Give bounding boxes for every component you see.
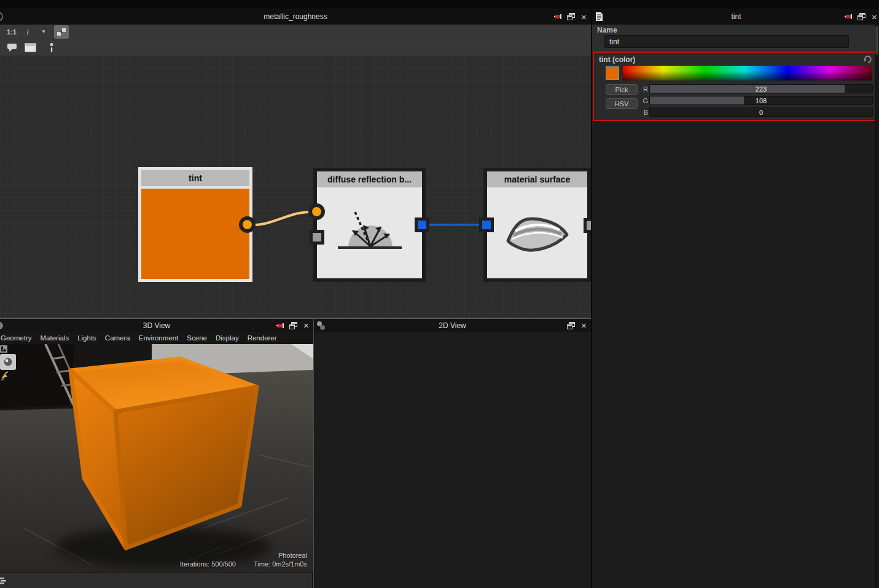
wires-layer xyxy=(0,55,591,318)
viewport-toolbar xyxy=(0,345,16,381)
pick-button[interactable]: Pick xyxy=(606,84,638,95)
channel-row-b: B 0 xyxy=(642,108,873,117)
port-tint-output[interactable] xyxy=(239,216,256,233)
pin-icon[interactable] xyxy=(276,321,285,330)
camera-sphere-button[interactable] xyxy=(0,354,16,370)
view2d-title: 2D View xyxy=(314,321,591,330)
dropdown-arrow-icon[interactable]: ▼ xyxy=(38,26,49,37)
renderer-name: Photoreal xyxy=(180,551,307,560)
close-icon[interactable]: × xyxy=(579,321,588,330)
name-field-group: Name xyxy=(592,25,879,52)
render-scene xyxy=(0,344,313,572)
menu-materials[interactable]: Materials xyxy=(41,334,69,342)
zoom-1to1-button[interactable]: 1:1 xyxy=(6,26,17,37)
pin-icon[interactable] xyxy=(553,12,563,22)
name-label: Name xyxy=(597,26,617,34)
float-window-icon[interactable] xyxy=(289,321,298,330)
float-window-icon[interactable] xyxy=(857,12,866,22)
menu-display[interactable]: Display xyxy=(216,334,239,342)
menu-geometry[interactable]: Geometry xyxy=(1,334,32,342)
window-frame-icon xyxy=(25,43,36,52)
port-diffuse-roughness-input[interactable] xyxy=(310,230,324,245)
close-icon[interactable]: × xyxy=(579,12,588,22)
panel-splitter[interactable] xyxy=(0,318,591,318)
light-lamp-icon[interactable] xyxy=(0,371,10,381)
close-icon[interactable]: × xyxy=(302,321,311,330)
view3d-titlebar[interactable]: 3D View × xyxy=(0,318,313,332)
close-icon[interactable]: × xyxy=(870,12,879,22)
node-editor-title: metallic_roughness xyxy=(0,12,591,21)
properties-title: tint xyxy=(592,12,879,21)
viewport-3d[interactable]: Photoreal Iterations: 500/500 Time: 0m2s… xyxy=(0,344,313,572)
color-section-header: tint (color) xyxy=(599,55,635,64)
node-editor-titlebar[interactable]: metallic_roughness × xyxy=(0,9,591,25)
view2d-titlebar[interactable]: 2D View × xyxy=(314,318,591,332)
channel-row-r: R 223 xyxy=(642,84,873,93)
comment-bubble-button[interactable] xyxy=(6,42,17,53)
float-window-icon[interactable] xyxy=(566,321,576,330)
menu-lights[interactable]: Lights xyxy=(77,334,96,342)
color-swatch[interactable] xyxy=(606,66,619,80)
port-diffuse-output[interactable] xyxy=(415,218,429,232)
channel-value-b: 0 xyxy=(650,108,872,116)
node-link-mode-button[interactable] xyxy=(54,25,69,39)
sphere-icon xyxy=(3,357,13,367)
channel-label-r: R xyxy=(642,85,648,93)
channel-slider-b[interactable]: 0 xyxy=(649,108,873,117)
tint-color-section: tint (color) Pick HSV R 223 G 108 xyxy=(593,52,879,121)
port-diffuse-color-input[interactable] xyxy=(308,203,325,220)
name-input[interactable] xyxy=(604,35,849,48)
graph-toolbar: 1:1 i ▼ xyxy=(0,25,591,39)
expand-viewport-icon[interactable] xyxy=(0,345,7,353)
menu-scene[interactable]: Scene xyxy=(187,334,207,342)
channel-value-g: 108 xyxy=(650,96,872,104)
reset-icon[interactable] xyxy=(863,55,873,64)
view3d-bottom-strip xyxy=(0,572,312,588)
speech-bubble-icon xyxy=(7,43,17,52)
view2d-panel: 2D View × xyxy=(313,318,591,588)
iterations-status: Iterations: 500/500 xyxy=(180,560,236,568)
hue-gradient-bar[interactable] xyxy=(623,66,872,80)
node-link-icon xyxy=(57,28,66,36)
float-window-icon[interactable] xyxy=(566,12,576,22)
scrollbar-thumb[interactable] xyxy=(875,26,878,55)
render-status: Photoreal Iterations: 500/500 Time: 0m2s… xyxy=(180,551,307,568)
node-editor-panel: metallic_roughness × 1:1 i ▼ xyxy=(0,0,591,318)
wire-tint-to-diffuse[interactable] xyxy=(248,212,317,225)
port-material-bsdf-input[interactable] xyxy=(479,218,494,232)
pin-icon[interactable] xyxy=(844,12,853,22)
view3d-panel: 3D View × Geometry Materials Lights Came… xyxy=(0,318,313,588)
node-graph-canvas[interactable]: tint diffuse reflection b... xyxy=(0,55,591,318)
application-window: metallic_roughness × 1:1 i ▼ xyxy=(0,0,879,588)
time-status: Time: 0m2s/1m0s xyxy=(254,560,307,568)
channel-row-g: G 108 xyxy=(642,96,873,105)
channel-label-g: G xyxy=(642,97,648,104)
channel-slider-r[interactable]: 223 xyxy=(649,84,873,93)
view3d-title: 3D View xyxy=(0,321,313,330)
scrollbar-track[interactable] xyxy=(875,25,879,588)
menu-environment[interactable]: Environment xyxy=(139,334,179,342)
menu-camera[interactable]: Camera xyxy=(105,334,130,342)
hsv-button[interactable]: HSV xyxy=(606,98,638,109)
menu-renderer[interactable]: Renderer xyxy=(248,334,277,342)
info-button[interactable]: i xyxy=(22,26,33,37)
top-black-strip xyxy=(0,0,591,9)
person-pin-icon xyxy=(50,43,53,52)
channel-label-b: B xyxy=(642,109,648,116)
channel-slider-g[interactable]: 108 xyxy=(649,96,873,105)
port-material-output[interactable] xyxy=(584,218,591,233)
annotation-toolbar xyxy=(0,39,591,55)
backdrop-frame-button[interactable] xyxy=(25,42,36,53)
channel-value-r: 223 xyxy=(650,85,872,93)
top-black-strip xyxy=(592,0,879,9)
viewport-2d[interactable] xyxy=(314,332,591,588)
properties-titlebar[interactable]: tint × xyxy=(592,9,879,25)
properties-panel: tint × Name tint (color) P xyxy=(591,0,879,588)
view3d-menubar: Geometry Materials Lights Camera Environ… xyxy=(0,332,313,344)
layers-list-icon[interactable] xyxy=(0,577,6,584)
dot-handle-button[interactable] xyxy=(46,42,57,53)
